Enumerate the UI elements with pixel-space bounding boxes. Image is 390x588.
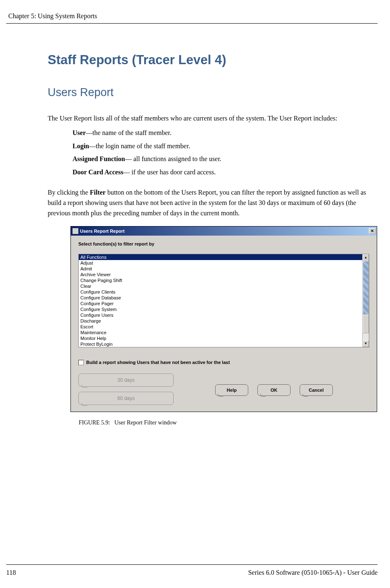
footer-rule	[6, 564, 378, 565]
list-item[interactable]: Discharge	[79, 318, 362, 324]
listbox-scrollbar[interactable]: ▲ ▼	[362, 254, 369, 347]
page-footer: 118 Series 6.0 Software (0510-1065-A) - …	[6, 564, 378, 576]
functions-listbox[interactable]: All Functions Adjust Admit Archive Viewe…	[78, 254, 369, 347]
users-report-dialog: Users Report Report ✕ Select function(s)…	[70, 226, 377, 412]
list-item[interactable]: Configure Pager	[79, 301, 362, 306]
dialog-title: Users Report Report	[80, 229, 125, 234]
list-item[interactable]: Protect ByLogin	[79, 341, 362, 347]
para-bold: Filter	[90, 189, 106, 196]
list-item[interactable]: Escort	[79, 324, 362, 330]
term-door: Door Card Access	[73, 169, 123, 176]
help-button[interactable]: Help	[215, 384, 248, 396]
close-button[interactable]: ✕	[369, 228, 375, 234]
dialog-titlebar[interactable]: Users Report Report ✕	[71, 227, 377, 236]
scroll-thumb-extra[interactable]	[363, 315, 369, 333]
term-login: Login	[73, 142, 89, 149]
heading-users-report: Users Report	[48, 86, 373, 99]
def-door: Door Card Access— if the user has door c…	[73, 167, 373, 178]
close-icon: ✕	[371, 229, 374, 233]
definitions-list: User—the name of the staff member. Login…	[48, 128, 373, 177]
intro-text: The User Report lists all of the staff m…	[48, 113, 373, 123]
list-item[interactable]: Maintenance	[79, 330, 362, 335]
scroll-thumb[interactable]	[363, 261, 369, 315]
sixty-days-button[interactable]: 60 days	[78, 392, 174, 405]
ok-button[interactable]: OK	[257, 384, 291, 396]
figure-text: User Report Filter window	[114, 419, 177, 426]
list-item[interactable]: Monitor Help	[79, 335, 362, 341]
figure-container: Users Report Report ✕ Select function(s)…	[70, 226, 373, 426]
def-login-text: —the login name of the staff member.	[89, 142, 190, 149]
inactive-checkbox-row[interactable]: Build a report showing Users that have n…	[78, 360, 369, 365]
inactive-checkbox-label: Build a report showing Users that have n…	[86, 360, 230, 365]
list-item[interactable]: Clear	[79, 283, 362, 289]
select-functions-label: Select function(s) to filter report by	[78, 241, 369, 246]
list-item[interactable]: Configure Users	[79, 312, 362, 318]
term-user: User	[73, 129, 86, 136]
java-icon	[73, 228, 78, 234]
para-prefix: By clicking the	[48, 189, 90, 196]
def-user: User—the name of the staff member.	[73, 128, 373, 138]
list-item[interactable]: Adjust	[79, 260, 362, 266]
scroll-up-button[interactable]: ▲	[363, 254, 369, 261]
def-user-text: —the name of the staff member.	[86, 129, 172, 136]
def-login: Login—the login name of the staff member…	[73, 141, 373, 152]
list-item[interactable]: Configure System	[79, 306, 362, 312]
figure-caption: FIGURE 5.9: User Report Filter window	[79, 419, 373, 426]
chevron-up-icon: ▲	[364, 255, 368, 259]
heading-staff-reports: Staff Reports (Tracer Level 4)	[48, 53, 373, 67]
scroll-track[interactable]	[363, 261, 369, 340]
thirty-days-button[interactable]: 30 days	[78, 374, 174, 387]
filter-paragraph: By clicking the Filter button on the bot…	[48, 188, 373, 218]
list-item[interactable]: Configure Clients	[79, 289, 362, 295]
scroll-down-button[interactable]: ▼	[363, 340, 369, 347]
def-assigned: Assigned Function— all functions assigne…	[73, 154, 373, 164]
cancel-button[interactable]: Cancel	[300, 384, 333, 396]
chevron-down-icon: ▼	[364, 342, 368, 345]
list-item[interactable]: Admit	[79, 266, 362, 272]
def-door-text: — if the user has door card access.	[123, 169, 216, 176]
list-item[interactable]: Archive Viewer	[79, 272, 362, 277]
page-number: 118	[6, 569, 16, 576]
chapter-header: Chapter 5: Using System Reports	[6, 12, 378, 20]
def-assigned-text: — all functions assigned to the user.	[125, 155, 221, 162]
inactive-checkbox[interactable]	[78, 360, 84, 365]
list-item[interactable]: Configure Database	[79, 295, 362, 301]
list-item[interactable]: Change Paging Shift	[79, 277, 362, 283]
figure-label: FIGURE 5.9:	[79, 419, 110, 426]
term-assigned: Assigned Function	[73, 155, 125, 162]
header-rule	[6, 23, 378, 24]
list-item[interactable]: All Functions	[79, 254, 362, 260]
guide-title: Series 6.0 Software (0510-1065-A) - User…	[248, 569, 378, 576]
